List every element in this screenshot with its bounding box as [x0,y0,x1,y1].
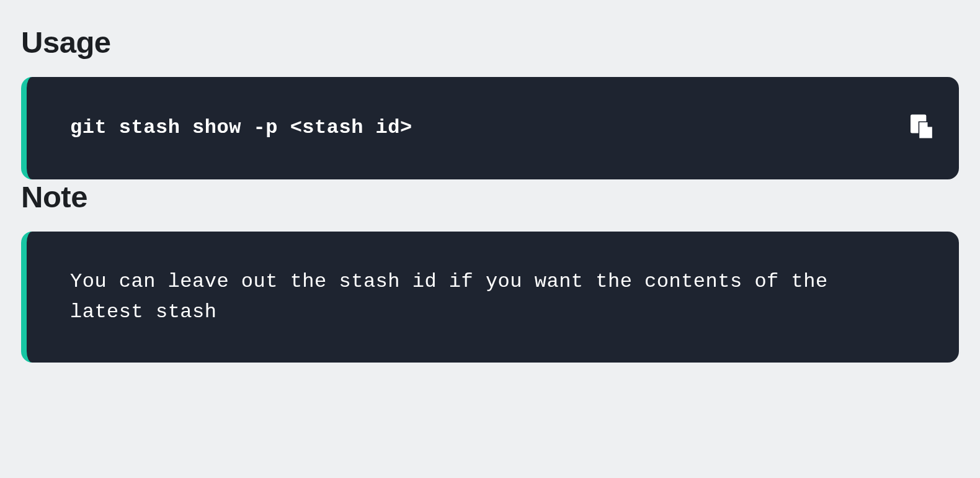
usage-heading: Usage [21,25,959,60]
note-text: You can leave out the stash id if you wa… [70,266,912,328]
usage-code-text: git stash show -p <stash id> [70,114,912,142]
note-block: You can leave out the stash id if you wa… [21,232,959,363]
copy-button[interactable] [909,115,935,141]
note-heading: Note [21,179,959,214]
usage-section: Usage git stash show -p <stash id> [21,25,959,179]
usage-code-block: git stash show -p <stash id> [21,77,959,179]
note-section: Note You can leave out the stash id if y… [21,179,959,363]
copy-icon [911,114,934,142]
